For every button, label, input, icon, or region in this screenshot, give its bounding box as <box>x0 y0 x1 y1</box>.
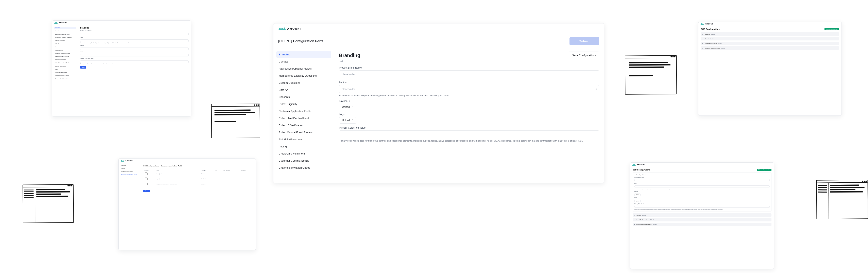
submit-config-button[interactable]: Submit Configuration Form <box>825 28 839 30</box>
upload-button[interactable]: Upload <box>634 194 641 196</box>
font-input[interactable] <box>339 85 599 93</box>
favicon-label: Favicon ⋔ <box>339 100 599 103</box>
required-checkbox[interactable] <box>145 182 148 185</box>
row-status: Edited <box>642 214 646 216</box>
logo-word: AMOUNT <box>287 27 302 30</box>
accordion-row[interactable]: ▸BrandingEdited <box>701 32 839 36</box>
input[interactable] <box>634 185 770 187</box>
row-name: Credit Card Line Sizes <box>705 43 717 44</box>
mini-input[interactable] <box>80 33 189 35</box>
nav-item[interactable]: Pricing <box>276 143 331 150</box>
nav-item[interactable]: Branding <box>54 27 76 29</box>
nav-item[interactable]: Customer Application Fields <box>120 174 139 176</box>
nav-item[interactable]: Application (Optional Fields) <box>54 33 76 36</box>
nav-item[interactable]: Application (Optional Fields) <box>276 65 331 72</box>
ccd-accordion: AMOUNT CCD Configurations Submit Configu… <box>698 22 842 116</box>
accordion-row[interactable]: ▸ContactEdited <box>632 213 772 217</box>
input[interactable] <box>634 179 770 181</box>
label: Product Brand Name <box>634 176 770 178</box>
nav-item[interactable]: Contact <box>120 168 139 170</box>
chevron-right-icon: ▸ <box>634 214 635 216</box>
submit-config-button[interactable]: Submit Configuration Form <box>757 169 772 171</box>
info-icon: ⋔ <box>345 81 347 84</box>
row-status: Edited <box>711 38 714 39</box>
mini-input[interactable] <box>80 47 189 50</box>
amount-logo: AMOUNT <box>278 27 599 30</box>
label: Font <box>80 37 189 38</box>
label: Primary Color Hex Value <box>634 203 770 204</box>
nav-item[interactable]: Channels: Invitation Codes <box>54 78 76 80</box>
nav-item[interactable]: Contact <box>54 30 76 32</box>
nav-item[interactable]: Rules: Manual Fraud Review <box>276 129 331 136</box>
mini-sidebar: BrandingContactApplication (Optional Fie… <box>52 25 78 116</box>
save-button[interactable]: Save <box>143 190 150 192</box>
required-checkbox[interactable] <box>145 177 148 180</box>
submit-button[interactable]: Submit <box>569 37 599 45</box>
accordion-row[interactable]: ▸Customer Application FieldsEdited <box>632 223 772 226</box>
nav-item[interactable]: Membership Eligibility Questions <box>276 72 331 79</box>
font-menu-icon[interactable]: ⋔ <box>595 88 597 91</box>
input[interactable] <box>634 206 770 208</box>
accordion-row[interactable]: ▸Credit Card Line SizesEdited <box>632 218 772 221</box>
nav-item[interactable]: Rules: Manual Fraud Review <box>54 62 76 64</box>
mini-sidebar: BrandingContactCredit Card Line SizesCus… <box>119 163 141 250</box>
nav-item[interactable]: Rules: Hard Decline/Pend <box>54 56 76 58</box>
row-status: Edited <box>650 219 654 220</box>
hint: Primary color will be used for numerous … <box>634 209 770 210</box>
nav-item[interactable]: Channels: Invitation Codes <box>276 164 331 171</box>
primary-color-input[interactable] <box>339 130 599 138</box>
save-button[interactable]: Save <box>80 66 86 69</box>
nav-item[interactable]: Custom Questions <box>54 39 76 42</box>
upload-button[interactable]: Upload <box>634 200 641 202</box>
nav-item[interactable]: Pricing <box>54 68 76 71</box>
row-name: Customer Application Fields <box>705 47 720 49</box>
required-checkbox[interactable] <box>145 172 148 175</box>
accordion-row[interactable]: ▸Credit Card Line SizesEdited <box>701 42 839 45</box>
product-brand-label: Product Brand Name <box>339 66 599 69</box>
nav-item[interactable]: Customer Application Fields <box>54 52 76 55</box>
save-configurations-button[interactable]: Save Configurations <box>569 52 599 59</box>
nav-item[interactable]: Custom Questions <box>276 79 331 86</box>
mini-input[interactable] <box>80 39 189 42</box>
logo-upload-button[interactable]: Upload ⭱ <box>339 117 356 124</box>
nav-item[interactable]: Credit Card Line Sizes <box>120 171 139 173</box>
mini-input[interactable] <box>80 61 189 63</box>
nav-item[interactable]: Card Art <box>54 43 76 45</box>
nav-item[interactable]: Credit Card Fulfillment <box>54 71 76 74</box>
nav-item[interactable]: Customer Comms: Emails <box>276 157 331 164</box>
nav-item[interactable]: Rules: Eligibility <box>276 101 331 107</box>
primary-color-hint: Primary color will be used for numerous … <box>339 140 599 142</box>
label: Logo <box>634 197 770 198</box>
nav-item[interactable]: Rules: ID Verification <box>276 122 331 129</box>
row-name: Contact <box>637 214 641 216</box>
font-hint: ⋔ You can choose to keep the default typ… <box>339 94 599 97</box>
nav-item[interactable]: Consents <box>276 94 331 100</box>
nav-item[interactable]: Branding <box>120 165 139 167</box>
nav-item[interactable]: Consents <box>54 46 76 48</box>
nav-item[interactable]: Rules: ID Verification <box>54 59 76 61</box>
accordion-row[interactable]: ▸Customer Application FieldsEdited <box>701 46 839 50</box>
panel-status: Edited <box>642 174 646 175</box>
info-icon: ⋔ <box>349 100 350 102</box>
nav-item[interactable]: Rules: Hard Decline/Pend <box>276 115 331 122</box>
nav-item[interactable]: Membership Eligibility Questions <box>54 36 76 39</box>
nav-item[interactable]: Branding <box>276 51 331 58</box>
accordion-row[interactable]: ▸ContactEdited <box>701 37 839 40</box>
nav-item[interactable]: AML/BSA/Sanctions <box>276 136 331 143</box>
favicon-upload-button[interactable]: Upload ⭱ <box>339 104 356 110</box>
nav-item[interactable]: Contact <box>276 58 331 65</box>
nav-item[interactable]: Rules: Eligibility <box>54 49 76 52</box>
product-brand-input[interactable] <box>339 70 599 78</box>
chevron-right-icon: ▸ <box>703 38 703 39</box>
row-name: Credit Card Line Sizes <box>637 219 649 220</box>
nav-item[interactable]: Customer Application Fields <box>276 108 331 114</box>
nav-item[interactable]: Customer Comms: Emails <box>54 75 76 77</box>
nav-item[interactable]: AML/BSA/Sanctions <box>54 65 76 68</box>
nav-item[interactable]: Credit Card Fulfillment <box>276 150 331 157</box>
mini-input[interactable] <box>80 54 189 57</box>
nav-item[interactable]: Card Art <box>276 87 331 93</box>
amount-logo: AMOUNT <box>54 22 189 24</box>
portal-header: [CLIENT] Configuration Portal Submit <box>273 34 604 48</box>
chevron-down-icon[interactable]: ▾ <box>634 174 635 175</box>
config-sidebar: BrandingContactApplication (Optional Fie… <box>273 48 334 183</box>
